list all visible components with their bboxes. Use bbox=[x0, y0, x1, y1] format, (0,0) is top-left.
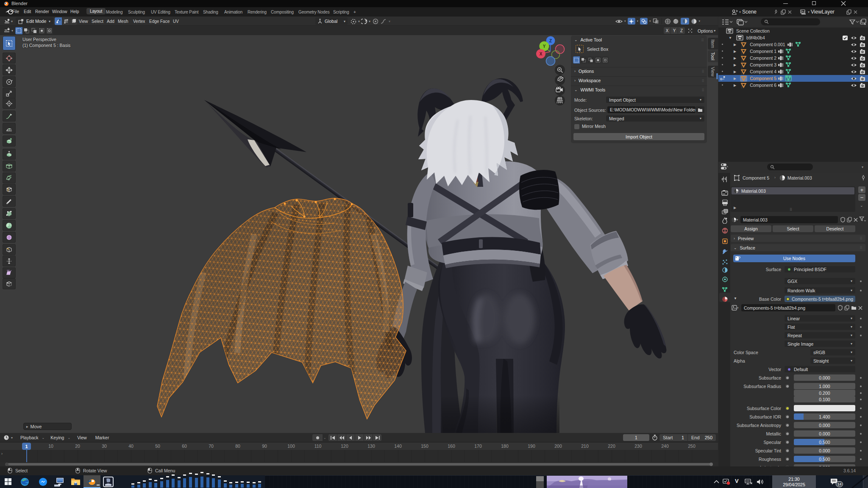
svg-text:Y: Y bbox=[543, 44, 546, 49]
svg-text:Z: Z bbox=[549, 39, 552, 43]
svg-text:X: X bbox=[540, 52, 542, 56]
